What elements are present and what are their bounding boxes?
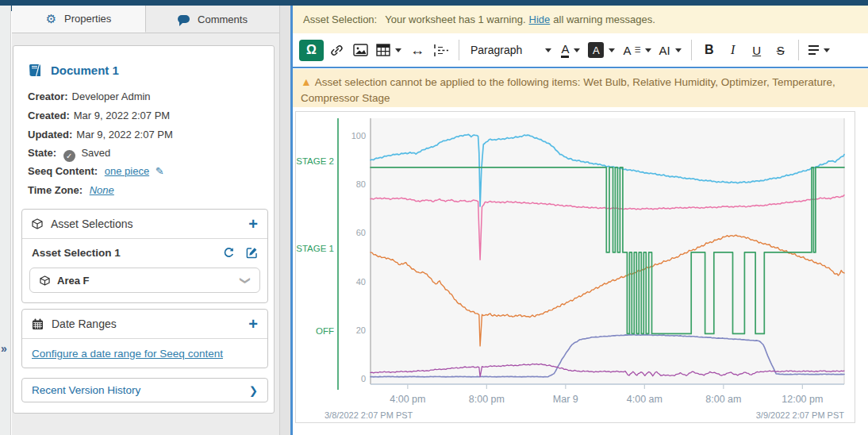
field-created: Created:Mar 9, 2022 2:07 PM: [28, 110, 170, 121]
align-button[interactable]: [805, 38, 833, 62]
background-color-icon: A: [588, 42, 604, 58]
toolbar-separator: [798, 40, 799, 60]
bold-button[interactable]: B: [698, 38, 720, 62]
document-title: Document 1: [28, 64, 119, 77]
properties-sidebar: ⚙ Properties Comments Document 1 Creator…: [12, 6, 279, 435]
asset-select-dropdown[interactable]: Area F ❯: [29, 268, 260, 293]
edit-icon[interactable]: ✎: [156, 165, 164, 177]
version-history-box: Recent Version History ❯: [21, 378, 268, 402]
page-break-button[interactable]: [430, 38, 452, 62]
seeq-trend-chart[interactable]: 100806040200STAGE 2STAGE 1OFF4:00 pm8:00…: [295, 111, 855, 423]
add-asset-selection-button[interactable]: +: [248, 216, 258, 232]
insert-image-button[interactable]: [349, 38, 371, 62]
svg-text:100: 100: [351, 131, 366, 141]
warning-bar-text: Your worksheet has 1 warning.: [385, 13, 525, 25]
date-ranges-box: Date Ranges + Configure a date range for…: [21, 309, 268, 368]
field-timezone: Time Zone: None: [28, 184, 114, 196]
warning-triangle-icon: ▲: [301, 75, 312, 88]
chart-end-timestamp: 3/9/2022 2:07 PM PST: [756, 410, 844, 420]
strikethrough-button[interactable]: S: [770, 38, 792, 62]
chart-start-timestamp: 3/8/2022 2:07 PM PST: [325, 410, 413, 420]
add-date-range-button[interactable]: +: [248, 316, 258, 332]
comment-icon: [178, 15, 190, 23]
editor-toolbar: Ω ↔: [293, 33, 868, 67]
expand-left-panel-icon[interactable]: »: [1, 343, 7, 354]
insert-seeq-content-button[interactable]: Ω: [299, 40, 324, 61]
gear-icon: ⚙: [46, 12, 56, 26]
refresh-icon[interactable]: [223, 247, 235, 259]
field-state: State: ✓ Saved: [28, 147, 110, 162]
svg-text:Mar 9: Mar 9: [553, 394, 578, 405]
insert-table-button[interactable]: [373, 38, 405, 62]
page-break-icon: [433, 44, 449, 57]
document-panel: Asset Selection: Your worksheet has 1 wa…: [293, 6, 868, 435]
toolbar-separator: [691, 40, 692, 60]
top-app-bar: [0, 0, 868, 6]
edit-pencil-square-icon[interactable]: [246, 247, 258, 259]
saved-check-icon: ✓: [63, 150, 75, 162]
font-color-button[interactable]: A: [558, 38, 583, 62]
underline-button[interactable]: U: [746, 38, 768, 62]
link-icon: [330, 44, 344, 57]
align-left-icon: [808, 45, 819, 55]
worksheet-warning-bar: Asset Selection: Your worksheet has 1 wa…: [293, 6, 868, 33]
editor-top-border: [293, 67, 868, 68]
asset-selections-box: Asset Selections + Asset Selection 1: [21, 209, 268, 303]
caret-down-icon: [395, 48, 401, 52]
chevron-down-icon: ❯: [240, 276, 252, 285]
caret-down-icon: [574, 48, 580, 52]
svg-text:80: 80: [356, 179, 366, 189]
asset-selection-warning: ▲Asset selection cannot be applied to th…: [293, 69, 868, 107]
tab-comments[interactable]: Comments: [146, 6, 279, 33]
svg-text:40: 40: [356, 277, 366, 287]
svg-text:0: 0: [361, 374, 366, 383]
cube-icon: [40, 275, 50, 286]
warning-bar-prefix: Asset Selection:: [303, 13, 377, 25]
hide-warnings-link[interactable]: Hide: [529, 13, 551, 25]
font-color-icon: A: [561, 43, 569, 58]
italic-button[interactable]: I: [722, 38, 744, 62]
tab-comments-label: Comments: [198, 13, 248, 25]
warning-bar-suffix: all warning messages.: [553, 13, 655, 25]
horizontal-resize-icon: ↔: [410, 42, 424, 59]
svg-text:STAGE 2: STAGE 2: [296, 156, 334, 166]
cube-icon: [32, 218, 43, 229]
caret-down-icon: [609, 48, 615, 52]
left-collapse-rail[interactable]: »: [0, 6, 11, 435]
font-size-button[interactable]: A☰: [620, 38, 654, 62]
svg-text:STAGE 1: STAGE 1: [296, 244, 334, 253]
insert-link-button[interactable]: [325, 38, 348, 62]
svg-text:8:00 pm: 8:00 pm: [469, 394, 505, 405]
date-ranges-header: Date Ranges +: [22, 310, 267, 339]
timezone-link[interactable]: None: [90, 184, 114, 196]
svg-text:4:00 pm: 4:00 pm: [390, 394, 425, 405]
configure-date-range-link[interactable]: Configure a date range for Seeq content: [32, 348, 223, 360]
svg-text:12:00 pm: 12:00 pm: [782, 394, 823, 405]
field-updated: Updated:Mar 9, 2022 2:07 PM: [28, 129, 173, 141]
line-height-icon: AI: [659, 44, 670, 57]
full-width-button[interactable]: ↔: [406, 38, 428, 62]
selected-asset-label: Area F: [57, 275, 89, 287]
trend-plot[interactable]: 100806040200STAGE 2STAGE 1OFF4:00 pm8:00…: [296, 112, 855, 422]
journal-icon: [28, 64, 43, 77]
panel-divider[interactable]: «: [279, 6, 290, 435]
asset-selections-header: Asset Selections +: [22, 210, 267, 239]
asset-selection-row: Asset Selection 1: [22, 239, 267, 266]
svg-text:60: 60: [356, 228, 366, 237]
table-icon: [376, 44, 390, 56]
svg-text:4:00 am: 4:00 am: [627, 394, 663, 405]
background-color-button[interactable]: A: [585, 38, 618, 62]
tab-properties[interactable]: ⚙ Properties: [12, 6, 146, 33]
font-size-icon: ☰: [634, 46, 639, 54]
calendar-icon: [32, 318, 44, 330]
line-height-button[interactable]: AI: [656, 38, 685, 62]
recent-version-history-button[interactable]: Recent Version History ❯: [22, 379, 267, 402]
chevron-right-icon: ❯: [249, 384, 258, 397]
tab-properties-label: Properties: [64, 13, 111, 25]
seeq-content-link[interactable]: one piece: [105, 165, 149, 177]
properties-card: Document 1 Creator:Developer Admin Creat…: [13, 45, 275, 414]
paragraph-style-dropdown[interactable]: Paragraph: [466, 38, 556, 62]
sidebar-tabs: ⚙ Properties Comments: [12, 6, 279, 33]
svg-text:20: 20: [356, 325, 366, 335]
sidebar-body: Document 1 Creator:Developer Admin Creat…: [12, 33, 279, 435]
